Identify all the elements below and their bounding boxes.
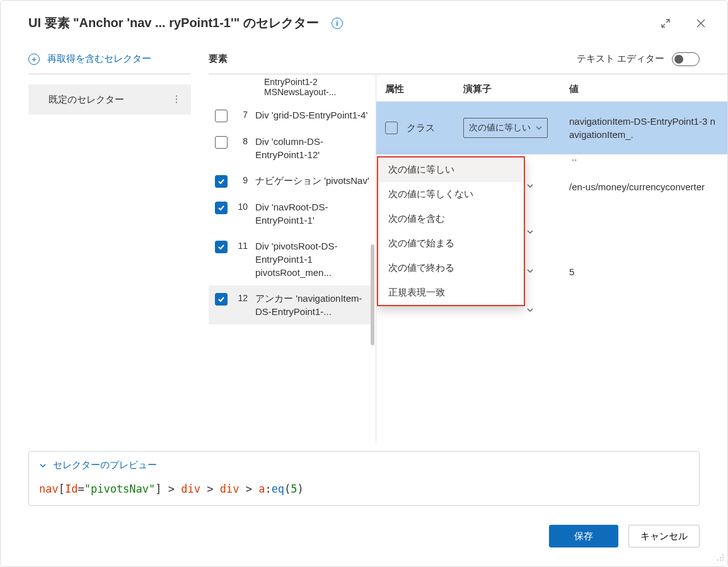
- attribute-name: クラス: [407, 122, 463, 134]
- element-index: 12: [235, 292, 248, 303]
- attribute-value: /en-us/money/currencyconverter: [569, 180, 719, 193]
- element-row[interactable]: 9ナビゲーション 'pivotsNav': [209, 168, 371, 194]
- element-index: 11: [235, 239, 248, 251]
- element-label: Div 'navRoot-DS-EntryPoint1-1': [255, 200, 371, 227]
- attribute-value: navigationItem-DS-EntryPoint1-3 navigati…: [569, 115, 719, 141]
- elements-heading: 要素: [209, 53, 228, 65]
- col-header-attr: 属性: [385, 83, 463, 95]
- element-row[interactable]: 7Div 'grid-DS-EntryPoint1-4': [209, 102, 371, 129]
- selector-list-panel: + 再取得を含むセレクター 既定のセレクター ⋯: [28, 44, 191, 442]
- col-header-op: 演算子: [463, 83, 569, 95]
- element-checkbox[interactable]: [215, 293, 228, 306]
- attribute-pane: 属性 演算子 値 クラス次の値に等しいnavigationItem-DS-Ent…: [376, 74, 727, 442]
- dialog-header: UI 要素 "Anchor 'nav ... ryPoint1-1'" のセレク…: [1, 1, 727, 44]
- operator-option[interactable]: 次の値を含む: [378, 207, 524, 231]
- element-checkbox[interactable]: [215, 110, 228, 122]
- col-header-val: 値: [569, 83, 727, 95]
- element-index: 10: [235, 200, 248, 212]
- element-label: Div 'pivotsRoot-DS-EntryPoint1-1 pivotsR…: [255, 239, 371, 279]
- default-selector-label: 既定のセレクター: [49, 94, 124, 106]
- text-editor-toggle[interactable]: [672, 52, 700, 66]
- element-partial-prev: EntryPoint1-2 MSNewsLayout-...: [209, 74, 371, 102]
- operator-option[interactable]: 次の値に等しくない: [378, 182, 524, 207]
- element-label: ナビゲーション 'pivotsNav': [255, 174, 371, 187]
- preview-code: nav[Id="pivotsNav"] > div > div > a:eq(5…: [39, 483, 689, 495]
- selector-builder-dialog: UI 要素 "Anchor 'nav ... ryPoint1-1'" のセレク…: [0, 0, 728, 567]
- info-icon[interactable]: i: [332, 18, 343, 29]
- svg-point-1: [720, 559, 721, 561]
- element-label: アンカー 'navigationItem-DS-EntryPoint1-...: [255, 292, 371, 318]
- chevron-down-icon[interactable]: [526, 266, 534, 277]
- close-icon[interactable]: [695, 17, 707, 30]
- attribute-table-header: 属性 演算子 値: [376, 83, 727, 101]
- operator-select[interactable]: 次の値に等しい: [463, 118, 548, 138]
- expand-icon[interactable]: [659, 17, 672, 30]
- element-checkbox[interactable]: [215, 241, 228, 253]
- svg-point-3: [717, 559, 719, 561]
- element-checkbox[interactable]: [215, 175, 228, 188]
- preview-label: セレクターのプレビュー: [53, 459, 157, 471]
- operator-option[interactable]: 次の値で始まる: [378, 231, 524, 256]
- chevron-down-icon: [39, 462, 47, 469]
- element-checkbox[interactable]: [215, 202, 228, 214]
- dialog-footer: 保存 キャンセル: [1, 506, 727, 566]
- add-selector-button[interactable]: + 再取得を含むセレクター: [28, 44, 191, 74]
- dialog-title: UI 要素 "Anchor 'nav ... ryPoint1-1'" のセレク…: [28, 14, 319, 32]
- operator-option[interactable]: 正規表現一致: [378, 280, 524, 305]
- element-index: 7: [235, 108, 248, 120]
- scrollbar[interactable]: [371, 244, 374, 345]
- operator-option[interactable]: 次の値に等しい: [378, 158, 524, 182]
- attribute-operator-cell: 次の値に等しい: [463, 118, 569, 138]
- attribute-value: 5: [569, 265, 719, 278]
- chevron-down-icon: [536, 125, 542, 131]
- text-editor-label: テキスト エディター: [577, 53, 664, 65]
- element-hierarchy-list: EntryPoint1-2 MSNewsLayout-... 7Div 'gri…: [209, 74, 376, 442]
- preview-toggle[interactable]: セレクターのプレビュー: [39, 459, 689, 471]
- more-icon[interactable]: ⋯: [171, 94, 183, 105]
- operator-option[interactable]: 次の値で終わる: [378, 256, 524, 280]
- element-row[interactable]: 10Div 'navRoot-DS-EntryPoint1-1': [209, 194, 371, 233]
- cancel-button[interactable]: キャンセル: [628, 525, 700, 547]
- element-label: Div 'column-DS-EntryPoint1-12': [255, 135, 371, 161]
- element-row[interactable]: 11Div 'pivotsRoot-DS-EntryPoint1-1 pivot…: [209, 233, 371, 285]
- svg-point-0: [722, 559, 724, 561]
- selector-preview: セレクターのプレビュー nav[Id="pivotsNav"] > div > …: [28, 451, 700, 506]
- element-checkbox[interactable]: [215, 136, 228, 149]
- attribute-checkbox[interactable]: [385, 122, 398, 134]
- element-index: 9: [235, 174, 248, 185]
- plus-icon: +: [28, 54, 40, 65]
- attribute-operator-cell: [463, 306, 569, 316]
- element-row[interactable]: 8Div 'column-DS-EntryPoint1-12': [209, 129, 371, 168]
- default-selector-item[interactable]: 既定のセレクター ⋯: [28, 84, 191, 115]
- svg-point-5: [722, 554, 724, 556]
- element-row[interactable]: 12アンカー 'navigationItem-DS-EntryPoint1-..…: [209, 285, 371, 324]
- svg-point-2: [722, 557, 724, 558]
- chevron-down-icon[interactable]: [526, 306, 534, 316]
- element-label: Div 'grid-DS-EntryPoint1-4': [255, 108, 371, 122]
- svg-point-4: [720, 557, 721, 558]
- chevron-down-icon[interactable]: [526, 181, 534, 192]
- operator-dropdown[interactable]: 次の値に等しい次の値に等しくない次の値を含む次の値で始まる次の値で終わる正規表現…: [377, 156, 525, 306]
- element-index: 8: [235, 135, 248, 146]
- attribute-row: クラス次の値に等しいnavigationItem-DS-EntryPoint1-…: [376, 101, 727, 154]
- chevron-down-icon[interactable]: [526, 227, 534, 238]
- add-selector-label: 再取得を含むセレクター: [47, 53, 151, 65]
- resize-grip[interactable]: [717, 553, 724, 563]
- save-button[interactable]: 保存: [549, 525, 618, 547]
